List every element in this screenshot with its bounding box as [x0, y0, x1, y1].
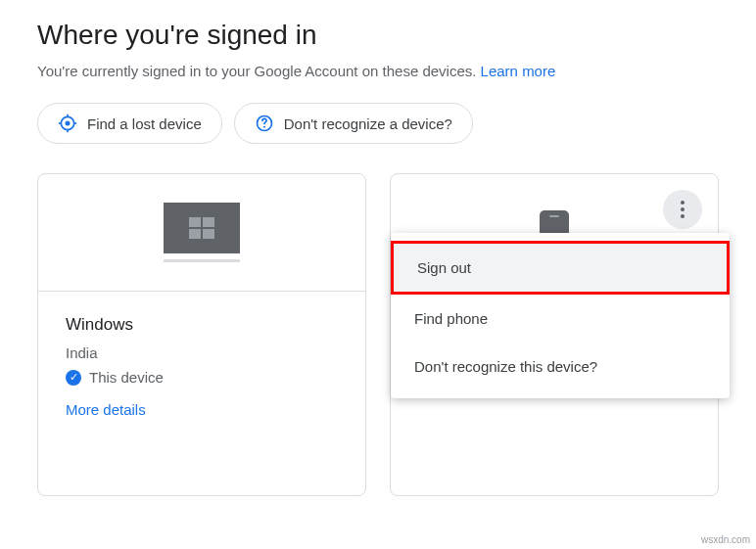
device-card-phone: Sign out Find phone Don't recognize this… [390, 173, 719, 496]
status-text: This device [89, 369, 164, 386]
device-card-windows: Windows India ✓ This device More details [37, 173, 366, 496]
more-details-link[interactable]: More details [66, 401, 338, 418]
target-icon [58, 114, 77, 133]
page-title: Where you're signed in [37, 20, 719, 51]
help-icon [255, 114, 274, 133]
kebab-menu-button[interactable] [663, 190, 702, 229]
device-status: ✓ This device [66, 369, 338, 386]
svg-point-7 [263, 126, 265, 128]
subtitle-text: You're currently signed in to your Googl… [37, 63, 481, 79]
device-image-region [38, 174, 365, 292]
find-lost-device-label: Find a lost device [87, 115, 202, 132]
monitor-icon [164, 203, 240, 262]
more-vert-icon [681, 207, 685, 211]
actions-row: Find a lost device Don't recognize a dev… [37, 103, 719, 144]
checkmark-icon: ✓ [66, 370, 81, 386]
menu-find-phone[interactable]: Find phone [391, 295, 730, 343]
device-menu: Sign out Find phone Don't recognize this… [391, 233, 730, 398]
windows-logo-icon [189, 217, 214, 239]
device-name: Windows [66, 315, 338, 335]
menu-sign-out[interactable]: Sign out [391, 241, 730, 295]
find-lost-device-button[interactable]: Find a lost device [37, 103, 222, 144]
dont-recognize-button[interactable]: Don't recognize a device? [234, 103, 473, 144]
device-cards: Windows India ✓ This device More details… [37, 173, 719, 496]
dont-recognize-label: Don't recognize a device? [284, 115, 452, 132]
svg-point-1 [66, 121, 71, 126]
page-subtitle: You're currently signed in to your Googl… [37, 63, 719, 79]
menu-dont-recognize[interactable]: Don't recognize this device? [391, 343, 730, 390]
device-location: India [66, 344, 338, 361]
learn-more-link[interactable]: Learn more [481, 63, 556, 79]
